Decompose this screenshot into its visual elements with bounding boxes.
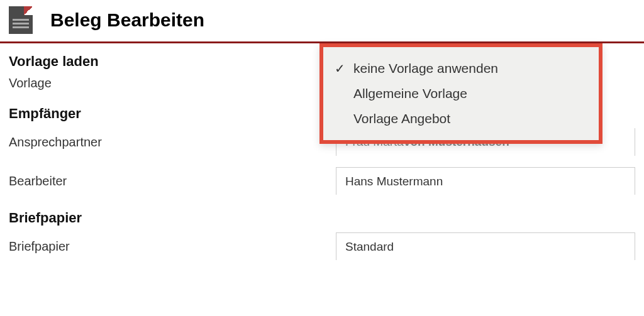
section-heading-briefpapier: Briefpapier: [9, 210, 635, 226]
dropdown-item-allgemeine-vorlage[interactable]: Allgemeine Vorlage: [328, 81, 594, 106]
page-title: Beleg Bearbeiten: [50, 9, 204, 31]
document-icon: [9, 6, 33, 34]
field-label-vorlage: Vorlage: [9, 76, 336, 90]
briefpapier-value: Standard: [345, 240, 394, 254]
vorlage-dropdown-menu[interactable]: ✓ keine Vorlage anwenden Allgemeine Vorl…: [319, 43, 602, 144]
check-icon: ✓: [335, 61, 345, 76]
field-label-briefpapier: Briefpapier: [9, 239, 336, 254]
dropdown-item-label: Allgemeine Vorlage: [353, 86, 467, 101]
field-row-bearbeiter: Bearbeiter Hans Mustermann: [9, 167, 635, 195]
dropdown-item-keine-vorlage[interactable]: ✓ keine Vorlage anwenden: [328, 56, 594, 81]
dropdown-item-label: keine Vorlage anwenden: [353, 61, 498, 75]
dropdown-item-vorlage-angebot[interactable]: Vorlage Angebot: [328, 106, 594, 131]
bearbeiter-select[interactable]: Hans Mustermann: [336, 167, 635, 195]
page-header: Beleg Bearbeiten: [0, 0, 644, 43]
briefpapier-select[interactable]: Standard: [336, 232, 635, 260]
field-label-bearbeiter: Bearbeiter: [9, 174, 336, 188]
content-area: Vorlage laden Vorlage Empfänger Ansprech…: [0, 43, 644, 280]
field-label-ansprechpartner: Ansprechpartner: [9, 135, 336, 150]
dropdown-item-label: Vorlage Angebot: [353, 111, 450, 126]
field-row-briefpapier: Briefpapier Standard: [9, 232, 635, 260]
bearbeiter-value: Hans Mustermann: [345, 175, 443, 188]
